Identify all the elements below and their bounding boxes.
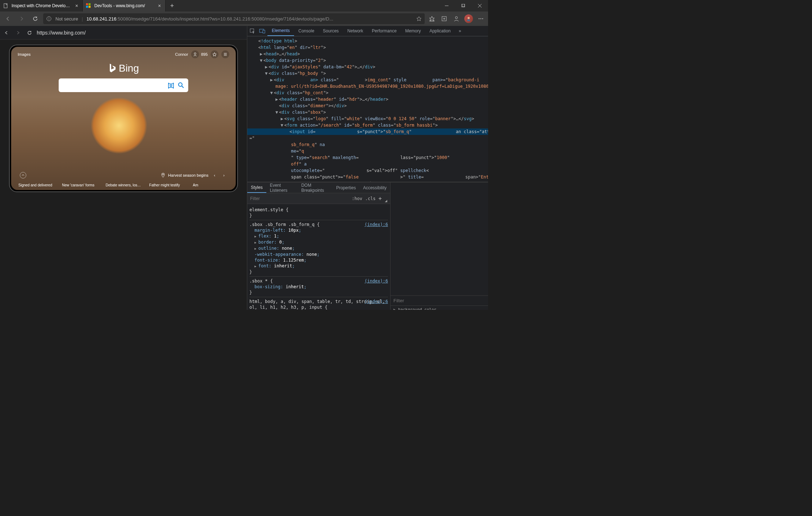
devtools-nav-bar: https://www.bing.com/ xyxy=(0,26,247,40)
back-icon[interactable] xyxy=(2,28,11,37)
chevron-left-icon[interactable]: ‹ xyxy=(211,172,218,178)
search-icon[interactable] xyxy=(177,82,185,89)
browser-titlebar: Inspect with Chrome Developer × DevTools… xyxy=(0,0,488,12)
computed-list[interactable]: ▶ background-color xyxy=(391,305,488,310)
svg-point-22 xyxy=(479,18,479,19)
svg-rect-36 xyxy=(263,30,265,33)
svg-point-25 xyxy=(194,53,196,55)
tab-memory[interactable]: Memory xyxy=(401,26,425,36)
browser-tab[interactable]: Inspect with Chrome Developer × xyxy=(0,0,83,12)
rewards-icon[interactable] xyxy=(211,50,218,58)
hov-toggle[interactable]: :hov xyxy=(352,196,362,201)
bing-homepage[interactable]: Images Connor 895 Bing xyxy=(11,47,236,190)
styles-rules[interactable]: element.style {}(index):6.sbox .sb_form … xyxy=(247,204,390,310)
svg-rect-6 xyxy=(461,4,464,7)
tab-performance[interactable]: Performance xyxy=(367,26,401,36)
chevron-right-icon[interactable]: › xyxy=(221,172,227,178)
news-item[interactable]: Am xyxy=(191,182,231,189)
edge-icon xyxy=(86,3,91,9)
info-icon xyxy=(46,16,52,22)
refresh-button[interactable] xyxy=(30,13,41,24)
tab-dom-breakpoints[interactable]: DOM Breakpoints xyxy=(298,182,333,193)
svg-rect-0 xyxy=(4,4,7,8)
inspect-element-icon[interactable] xyxy=(247,26,257,36)
user-name[interactable]: Connor xyxy=(175,52,188,56)
inspected-page-pane: https://www.bing.com/ Images Connor 895 xyxy=(0,26,247,310)
file-icon xyxy=(3,3,9,9)
tab-elements[interactable]: Elements xyxy=(267,26,294,36)
svg-rect-21 xyxy=(467,19,470,21)
news-item[interactable]: Debate winners, losers xyxy=(103,182,143,189)
svg-point-20 xyxy=(468,17,470,19)
svg-point-30 xyxy=(170,85,172,87)
svg-line-32 xyxy=(182,86,184,88)
tab-console[interactable]: Console xyxy=(294,26,319,36)
minimize-button[interactable] xyxy=(438,0,455,12)
close-icon[interactable]: × xyxy=(157,3,162,9)
maximize-button[interactable] xyxy=(455,0,472,12)
new-tab-button[interactable]: + xyxy=(166,0,179,12)
images-link[interactable]: Images xyxy=(18,52,31,56)
inspected-url[interactable]: https://www.bing.com/ xyxy=(37,30,245,36)
elements-tree[interactable]: <!doctype html> <html lang="en" dir="ltr… xyxy=(247,36,488,182)
svg-point-24 xyxy=(482,18,483,19)
user-avatar-icon[interactable] xyxy=(191,50,199,58)
new-style-rule-button[interactable]: + xyxy=(378,195,382,202)
rewards-points[interactable]: 895 xyxy=(201,52,208,56)
hamburger-icon[interactable] xyxy=(221,50,229,58)
tab-application[interactable]: Application xyxy=(425,26,455,36)
tab-sources[interactable]: Sources xyxy=(319,26,343,36)
tab-title: Inspect with Chrome Developer xyxy=(12,3,71,8)
security-label: Not secure xyxy=(55,16,78,22)
browser-toolbar: Not secure | 10.68.241.216:50080/msedge/… xyxy=(0,12,488,26)
svg-rect-7 xyxy=(462,4,465,7)
news-item[interactable]: Signed and delivered xyxy=(16,182,56,189)
tab-styles[interactable]: Styles xyxy=(247,182,266,193)
back-button[interactable] xyxy=(2,13,14,24)
tab-network[interactable]: Network xyxy=(343,26,367,36)
device-toolbar-icon[interactable] xyxy=(257,26,267,36)
svg-rect-29 xyxy=(168,84,173,87)
cls-toggle[interactable]: .cls xyxy=(365,196,375,201)
svg-point-19 xyxy=(455,17,457,19)
computed-pane: margin – 10 – – border – – padding – xyxy=(391,182,488,310)
styles-pane: Styles Event Listeners DOM Breakpoints P… xyxy=(247,182,391,310)
browser-tab-active[interactable]: DevTools - www.bing.com/ × xyxy=(83,0,166,12)
box-model[interactable]: margin – 10 – – border – – padding – xyxy=(391,182,488,295)
collections-icon[interactable] xyxy=(439,14,449,24)
address-bar[interactable]: Not secure | 10.68.241.216:50080/msedge/… xyxy=(43,13,425,24)
camera-icon[interactable] xyxy=(167,82,175,89)
tab-properties[interactable]: Properties xyxy=(333,182,360,193)
chevron-down-icon[interactable] xyxy=(20,172,26,178)
tab-accessibility[interactable]: Accessibility xyxy=(360,182,390,193)
reload-icon[interactable] xyxy=(25,28,34,37)
url-text: 10.68.241.216:50080/msedge/7164/devtools… xyxy=(86,16,412,22)
devtools-tabs: Elements Console Sources Network Perform… xyxy=(247,26,488,36)
svg-point-12 xyxy=(49,17,49,18)
tab-event-listeners[interactable]: Event Listeners xyxy=(266,182,298,193)
forward-button[interactable] xyxy=(16,13,27,24)
hero-caption-text[interactable]: Harvest season begins xyxy=(168,173,208,177)
news-item[interactable]: New 'caravan' forms xyxy=(60,182,100,189)
svg-point-33 xyxy=(163,174,164,175)
devtools-pane: Elements Console Sources Network Perform… xyxy=(247,26,488,310)
more-tabs-icon[interactable]: » xyxy=(455,26,465,36)
person-icon[interactable] xyxy=(451,14,461,24)
expand-icon[interactable]: ◢ xyxy=(385,199,387,203)
styles-filter-input[interactable] xyxy=(250,196,349,201)
close-window-button[interactable] xyxy=(472,0,488,12)
favorites-bar-icon[interactable] xyxy=(427,14,437,24)
close-icon[interactable]: × xyxy=(74,3,80,9)
more-icon[interactable] xyxy=(476,14,486,24)
bing-logo: Bing xyxy=(11,63,236,74)
device-frame: Images Connor 895 Bing xyxy=(9,45,238,192)
computed-filter-input[interactable] xyxy=(393,298,488,303)
bing-search-box[interactable] xyxy=(59,78,188,92)
news-row: Signed and delivered New 'caravan' forms… xyxy=(11,182,236,189)
profile-avatar[interactable] xyxy=(464,14,474,24)
news-item[interactable]: Father might testify xyxy=(147,182,187,189)
window-controls xyxy=(438,0,488,12)
svg-rect-1 xyxy=(86,3,88,5)
favorite-icon[interactable] xyxy=(416,16,422,22)
forward-icon[interactable] xyxy=(14,28,22,37)
